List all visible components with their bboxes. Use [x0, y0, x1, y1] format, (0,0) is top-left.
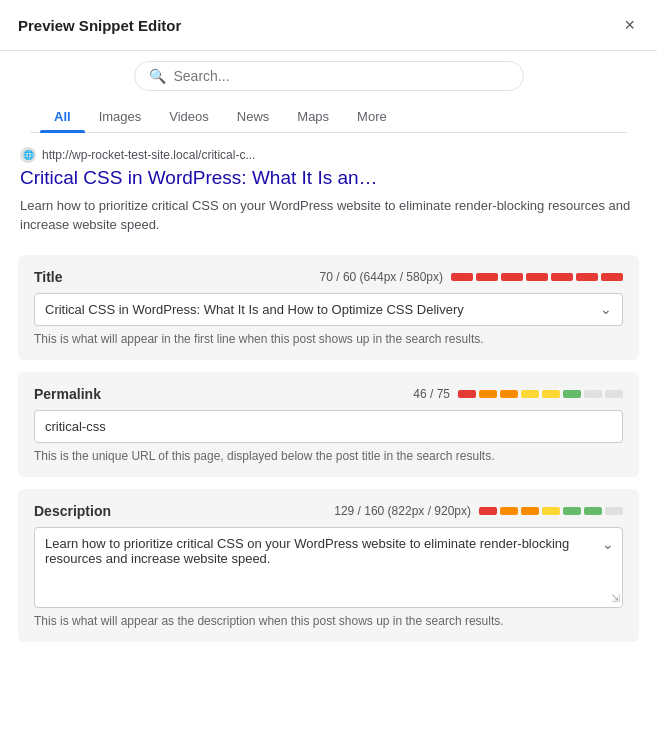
title-hint: This is what will appear in the first li…: [34, 332, 623, 346]
title-dropdown-arrow[interactable]: ⌄: [590, 301, 622, 317]
title-counter: 70 / 60 (644px / 580px): [320, 270, 443, 284]
result-url: http://wp-rocket-test-site.local/critica…: [42, 148, 255, 162]
progress-segment: [551, 273, 573, 281]
progress-segment: [521, 390, 539, 398]
progress-segment: [521, 507, 539, 515]
search-icon: 🔍: [149, 68, 166, 84]
description-dropdown-arrow[interactable]: ⌄: [602, 536, 614, 552]
search-result-area: 🌐 http://wp-rocket-test-site.local/criti…: [0, 133, 657, 245]
tab-news[interactable]: News: [223, 101, 284, 132]
description-textarea-wrap: ⌄ ⇲: [34, 527, 623, 608]
search-preview: 🔍 All Images Videos News Maps More: [0, 51, 657, 133]
result-url-row: 🌐 http://wp-rocket-test-site.local/criti…: [20, 147, 637, 163]
progress-segment: [563, 390, 581, 398]
description-label: Description: [34, 503, 111, 519]
progress-segment: [458, 390, 476, 398]
tab-maps[interactable]: Maps: [283, 101, 343, 132]
progress-segment: [576, 273, 598, 281]
progress-segment: [476, 273, 498, 281]
progress-segment: [500, 390, 518, 398]
progress-segment: [542, 390, 560, 398]
close-button[interactable]: ×: [620, 14, 639, 36]
progress-segment: [563, 507, 581, 515]
description-resize-handle[interactable]: ⇲: [611, 592, 620, 605]
search-input[interactable]: [174, 68, 509, 84]
search-bar: 🔍: [134, 61, 524, 91]
permalink-input[interactable]: [35, 411, 622, 442]
permalink-label: Permalink: [34, 386, 101, 402]
description-hint: This is what will appear as the descript…: [34, 614, 623, 628]
result-snippet: Learn how to prioritize critical CSS on …: [20, 196, 637, 235]
permalink-section: Permalink 46 / 75 This is the unique URL…: [18, 372, 639, 477]
header: Preview Snippet Editor ×: [0, 0, 657, 51]
result-title[interactable]: Critical CSS in WordPress: What It Is an…: [20, 166, 637, 191]
permalink-input-wrap: [34, 410, 623, 443]
permalink-counter: 46 / 75: [413, 387, 450, 401]
favicon: 🌐: [20, 147, 36, 163]
progress-segment: [451, 273, 473, 281]
permalink-progress-bar: [458, 390, 623, 398]
description-field-header: Description 129 / 160 (822px / 920px): [34, 503, 623, 519]
tab-more[interactable]: More: [343, 101, 401, 132]
title-input-wrap: ⌄: [34, 293, 623, 326]
title-progress-bar: [451, 273, 623, 281]
description-progress-bar: [479, 507, 623, 515]
title-section: Title 70 / 60 (644px / 580px) ⌄ This is …: [18, 255, 639, 360]
description-section: Description 129 / 160 (822px / 920px) ⌄ …: [18, 489, 639, 642]
title-field-header: Title 70 / 60 (644px / 580px): [34, 269, 623, 285]
header-title: Preview Snippet Editor: [18, 17, 181, 34]
progress-segment: [501, 273, 523, 281]
progress-segment: [601, 273, 623, 281]
progress-segment: [479, 507, 497, 515]
permalink-hint: This is the unique URL of this page, dis…: [34, 449, 623, 463]
tab-images[interactable]: Images: [85, 101, 156, 132]
search-tabs: All Images Videos News Maps More: [30, 101, 627, 133]
progress-segment: [584, 390, 602, 398]
progress-segment: [479, 390, 497, 398]
progress-segment: [605, 507, 623, 515]
progress-segment: [500, 507, 518, 515]
tab-all[interactable]: All: [40, 101, 85, 132]
progress-segment: [542, 507, 560, 515]
description-counter: 129 / 160 (822px / 920px): [334, 504, 471, 518]
progress-segment: [584, 507, 602, 515]
tab-videos[interactable]: Videos: [155, 101, 223, 132]
progress-segment: [605, 390, 623, 398]
progress-segment: [526, 273, 548, 281]
title-input[interactable]: [35, 294, 590, 325]
title-label: Title: [34, 269, 63, 285]
description-textarea[interactable]: [35, 528, 622, 604]
permalink-field-header: Permalink 46 / 75: [34, 386, 623, 402]
